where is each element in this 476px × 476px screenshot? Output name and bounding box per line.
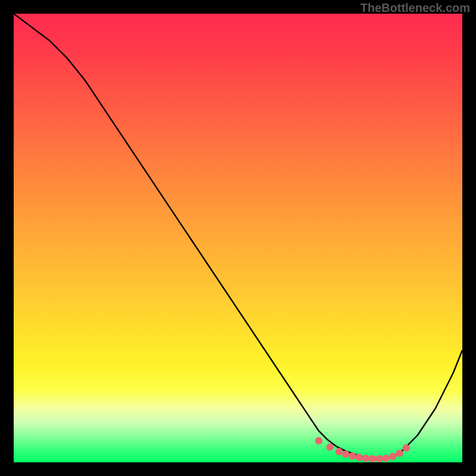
marker-dot — [362, 455, 369, 462]
marker-dot — [349, 452, 356, 459]
marker-dot — [355, 454, 362, 461]
bottleneck-chart-svg — [14, 14, 462, 462]
chart-plot-area — [14, 14, 462, 462]
watermark-text: TheBottleneck.com — [361, 1, 470, 15]
bottleneck-curve — [14, 14, 462, 458]
marker-dot — [383, 455, 390, 462]
marker-dot — [342, 450, 349, 458]
marker-dot — [315, 437, 322, 444]
marker-dot — [389, 453, 396, 460]
marker-dot — [396, 450, 403, 457]
marker-dot — [375, 455, 383, 462]
marker-dot — [335, 448, 342, 455]
marker-dot — [326, 443, 333, 450]
marker-dot — [369, 455, 376, 462]
marker-dot — [403, 444, 410, 452]
